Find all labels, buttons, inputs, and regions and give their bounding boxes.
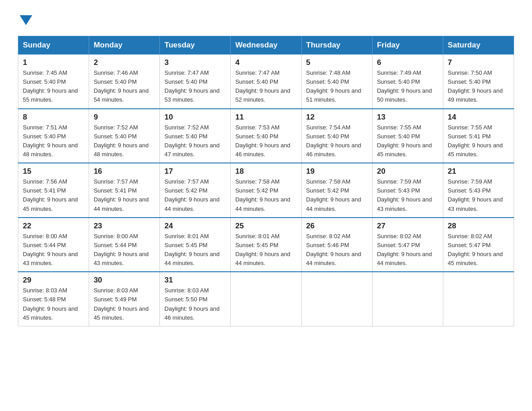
day-number: 15 (23, 167, 84, 176)
day-info: Sunrise: 8:03 AM Sunset: 5:48 PM Dayligh… (23, 286, 84, 322)
calendar-week-row: 1 Sunrise: 7:45 AM Sunset: 5:40 PM Dayli… (18, 55, 514, 109)
day-number: 2 (94, 58, 155, 67)
calendar-day-cell: 20 Sunrise: 7:59 AM Sunset: 5:43 PM Dayl… (372, 163, 443, 218)
day-info: Sunrise: 7:53 AM Sunset: 5:40 PM Dayligh… (235, 123, 296, 159)
day-info: Sunrise: 7:46 AM Sunset: 5:40 PM Dayligh… (94, 68, 155, 105)
calendar-day-cell: 1 Sunrise: 7:45 AM Sunset: 5:40 PM Dayli… (18, 55, 89, 109)
day-info: Sunrise: 7:52 AM Sunset: 5:40 PM Dayligh… (94, 123, 155, 159)
day-number: 23 (94, 222, 155, 231)
day-number: 28 (448, 222, 509, 231)
calendar-day-cell: 9 Sunrise: 7:52 AM Sunset: 5:40 PM Dayli… (89, 109, 160, 163)
calendar-day-cell (372, 272, 443, 326)
day-number: 4 (235, 58, 296, 67)
day-info: Sunrise: 8:03 AM Sunset: 5:50 PM Dayligh… (164, 286, 226, 322)
day-info: Sunrise: 7:55 AM Sunset: 5:40 PM Dayligh… (377, 123, 438, 159)
day-number: 30 (94, 276, 155, 285)
calendar-day-cell: 3 Sunrise: 7:47 AM Sunset: 5:40 PM Dayli… (160, 55, 231, 109)
calendar-day-cell: 16 Sunrise: 7:57 AM Sunset: 5:41 PM Dayl… (89, 163, 160, 218)
calendar-day-cell: 4 Sunrise: 7:47 AM Sunset: 5:40 PM Dayli… (231, 55, 301, 109)
day-info: Sunrise: 7:58 AM Sunset: 5:42 PM Dayligh… (235, 177, 296, 214)
day-number: 21 (448, 167, 509, 176)
calendar-day-header: Tuesday (160, 36, 231, 55)
calendar-day-header: Wednesday (231, 36, 301, 55)
calendar-day-cell: 27 Sunrise: 8:02 AM Sunset: 5:47 PM Dayl… (372, 218, 443, 272)
logo-triangle-icon (20, 15, 32, 25)
day-info: Sunrise: 7:55 AM Sunset: 5:41 PM Dayligh… (448, 123, 509, 159)
calendar-day-header: Thursday (301, 36, 372, 55)
day-number: 12 (306, 113, 368, 122)
day-info: Sunrise: 7:54 AM Sunset: 5:40 PM Dayligh… (306, 123, 368, 159)
calendar-day-header: Monday (89, 36, 160, 55)
day-number: 9 (94, 113, 155, 122)
calendar-day-cell: 17 Sunrise: 7:57 AM Sunset: 5:42 PM Dayl… (160, 163, 231, 218)
calendar-day-cell: 23 Sunrise: 8:00 AM Sunset: 5:44 PM Dayl… (89, 218, 160, 272)
day-number: 18 (235, 167, 296, 176)
calendar-day-cell (231, 272, 301, 326)
day-info: Sunrise: 7:47 AM Sunset: 5:40 PM Dayligh… (235, 68, 296, 105)
day-info: Sunrise: 8:02 AM Sunset: 5:47 PM Dayligh… (377, 232, 438, 268)
day-info: Sunrise: 7:49 AM Sunset: 5:40 PM Dayligh… (377, 68, 438, 105)
calendar-day-cell: 11 Sunrise: 7:53 AM Sunset: 5:40 PM Dayl… (231, 109, 301, 163)
day-number: 25 (235, 222, 296, 231)
calendar-day-cell: 15 Sunrise: 7:56 AM Sunset: 5:41 PM Dayl… (18, 163, 89, 218)
calendar-day-cell: 13 Sunrise: 7:55 AM Sunset: 5:40 PM Dayl… (372, 109, 443, 163)
day-number: 29 (23, 276, 84, 285)
day-info: Sunrise: 7:58 AM Sunset: 5:42 PM Dayligh… (306, 177, 368, 214)
calendar-day-cell: 6 Sunrise: 7:49 AM Sunset: 5:40 PM Dayli… (372, 55, 443, 109)
page-header (18, 13, 514, 25)
calendar-day-cell: 21 Sunrise: 7:59 AM Sunset: 5:43 PM Dayl… (443, 163, 514, 218)
day-number: 22 (23, 222, 84, 231)
day-info: Sunrise: 8:01 AM Sunset: 5:45 PM Dayligh… (164, 232, 226, 268)
day-info: Sunrise: 7:45 AM Sunset: 5:40 PM Dayligh… (23, 68, 84, 105)
day-info: Sunrise: 8:00 AM Sunset: 5:44 PM Dayligh… (23, 232, 84, 268)
day-number: 14 (448, 113, 509, 122)
day-number: 13 (377, 113, 438, 122)
day-number: 10 (164, 113, 226, 122)
calendar-day-cell: 8 Sunrise: 7:51 AM Sunset: 5:40 PM Dayli… (18, 109, 89, 163)
day-info: Sunrise: 8:02 AM Sunset: 5:46 PM Dayligh… (306, 232, 368, 268)
day-number: 16 (94, 167, 155, 176)
day-info: Sunrise: 7:59 AM Sunset: 5:43 PM Dayligh… (448, 177, 509, 214)
day-number: 1 (23, 58, 84, 67)
calendar-day-cell: 25 Sunrise: 8:01 AM Sunset: 5:45 PM Dayl… (231, 218, 301, 272)
calendar-day-cell: 19 Sunrise: 7:58 AM Sunset: 5:42 PM Dayl… (301, 163, 372, 218)
day-number: 20 (377, 167, 438, 176)
calendar-day-cell: 18 Sunrise: 7:58 AM Sunset: 5:42 PM Dayl… (231, 163, 301, 218)
calendar-day-cell: 5 Sunrise: 7:48 AM Sunset: 5:40 PM Dayli… (301, 55, 372, 109)
calendar-day-header: Sunday (18, 36, 89, 55)
calendar-day-cell: 24 Sunrise: 8:01 AM Sunset: 5:45 PM Dayl… (160, 218, 231, 272)
calendar-week-row: 22 Sunrise: 8:00 AM Sunset: 5:44 PM Dayl… (18, 218, 514, 272)
day-info: Sunrise: 7:50 AM Sunset: 5:40 PM Dayligh… (448, 68, 509, 105)
day-info: Sunrise: 7:52 AM Sunset: 5:40 PM Dayligh… (164, 123, 226, 159)
day-info: Sunrise: 8:02 AM Sunset: 5:47 PM Dayligh… (448, 232, 509, 268)
calendar-table: SundayMondayTuesdayWednesdayThursdayFrid… (18, 36, 514, 326)
day-number: 27 (377, 222, 438, 231)
day-number: 8 (23, 113, 84, 122)
calendar-day-header: Saturday (443, 36, 514, 55)
logo (18, 13, 32, 25)
day-number: 24 (164, 222, 226, 231)
day-info: Sunrise: 7:56 AM Sunset: 5:41 PM Dayligh… (23, 177, 84, 214)
calendar-day-cell: 7 Sunrise: 7:50 AM Sunset: 5:40 PM Dayli… (443, 55, 514, 109)
day-number: 26 (306, 222, 368, 231)
day-number: 11 (235, 113, 296, 122)
day-info: Sunrise: 7:47 AM Sunset: 5:40 PM Dayligh… (164, 68, 226, 105)
calendar-day-cell (301, 272, 372, 326)
calendar-day-cell: 26 Sunrise: 8:02 AM Sunset: 5:46 PM Dayl… (301, 218, 372, 272)
day-info: Sunrise: 7:59 AM Sunset: 5:43 PM Dayligh… (377, 177, 438, 214)
day-number: 31 (164, 276, 226, 285)
day-number: 19 (306, 167, 368, 176)
calendar-header-row: SundayMondayTuesdayWednesdayThursdayFrid… (18, 36, 514, 55)
day-info: Sunrise: 7:48 AM Sunset: 5:40 PM Dayligh… (306, 68, 368, 105)
calendar-day-cell: 31 Sunrise: 8:03 AM Sunset: 5:50 PM Dayl… (160, 272, 231, 326)
calendar-day-cell: 10 Sunrise: 7:52 AM Sunset: 5:40 PM Dayl… (160, 109, 231, 163)
day-info: Sunrise: 8:03 AM Sunset: 5:49 PM Dayligh… (94, 286, 155, 322)
day-number: 3 (164, 58, 226, 67)
calendar-day-cell: 12 Sunrise: 7:54 AM Sunset: 5:40 PM Dayl… (301, 109, 372, 163)
day-number: 17 (164, 167, 226, 176)
calendar-day-cell: 2 Sunrise: 7:46 AM Sunset: 5:40 PM Dayli… (89, 55, 160, 109)
day-number: 7 (448, 58, 509, 67)
calendar-day-cell: 14 Sunrise: 7:55 AM Sunset: 5:41 PM Dayl… (443, 109, 514, 163)
calendar-day-cell: 28 Sunrise: 8:02 AM Sunset: 5:47 PM Dayl… (443, 218, 514, 272)
calendar-week-row: 29 Sunrise: 8:03 AM Sunset: 5:48 PM Dayl… (18, 272, 514, 326)
